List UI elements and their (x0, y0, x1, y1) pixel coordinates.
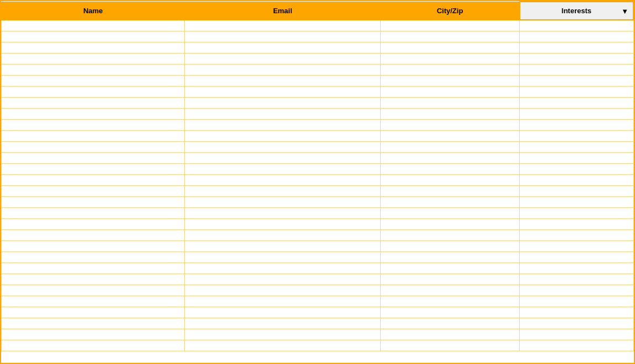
table-cell[interactable] (2, 229, 185, 240)
table-cell[interactable] (185, 42, 381, 53)
table-cell[interactable] (2, 285, 185, 296)
table-cell[interactable] (381, 318, 520, 329)
table-cell[interactable] (520, 108, 633, 119)
table-cell[interactable] (2, 31, 185, 42)
table-cell[interactable] (520, 240, 633, 251)
column-header-name[interactable]: Name (2, 2, 185, 20)
table-cell[interactable] (520, 329, 633, 340)
table-cell[interactable] (2, 263, 185, 274)
table-cell[interactable] (520, 64, 633, 75)
table-cell[interactable] (520, 263, 633, 274)
table-cell[interactable] (2, 152, 185, 163)
table-cell[interactable] (2, 86, 185, 97)
table-cell[interactable] (520, 86, 633, 97)
table-cell[interactable] (2, 307, 185, 318)
table-cell[interactable] (381, 229, 520, 240)
table-cell[interactable] (381, 141, 520, 152)
table-cell[interactable] (520, 229, 633, 240)
table-cell[interactable] (381, 196, 520, 207)
table-cell[interactable] (381, 20, 520, 31)
table-cell[interactable] (2, 130, 185, 141)
table-cell[interactable] (520, 141, 633, 152)
table-cell[interactable] (185, 163, 381, 174)
table-cell[interactable] (185, 152, 381, 163)
table-cell[interactable] (381, 86, 520, 97)
table-cell[interactable] (185, 296, 381, 307)
table-cell[interactable] (520, 53, 633, 64)
table-cell[interactable] (381, 31, 520, 42)
table-cell[interactable] (381, 97, 520, 108)
table-cell[interactable] (381, 340, 520, 351)
table-cell[interactable] (185, 218, 381, 229)
table-cell[interactable] (520, 285, 633, 296)
table-cell[interactable] (185, 196, 381, 207)
table-cell[interactable] (185, 318, 381, 329)
table-cell[interactable] (185, 97, 381, 108)
table-cell[interactable] (381, 185, 520, 196)
table-cell[interactable] (520, 340, 633, 351)
table-cell[interactable] (2, 218, 185, 229)
table-cell[interactable] (381, 307, 520, 318)
table-cell[interactable] (185, 329, 381, 340)
table-cell[interactable] (381, 42, 520, 53)
table-cell[interactable] (185, 251, 381, 263)
table-cell[interactable] (185, 141, 381, 152)
table-cell[interactable] (520, 152, 633, 163)
table-cell[interactable] (2, 163, 185, 174)
table-cell[interactable] (2, 141, 185, 152)
table-cell[interactable] (185, 108, 381, 119)
table-cell[interactable] (381, 263, 520, 274)
column-header-email[interactable]: Email (185, 2, 381, 20)
table-cell[interactable] (185, 340, 381, 351)
table-cell[interactable] (2, 274, 185, 285)
table-cell[interactable] (381, 53, 520, 64)
table-cell[interactable] (2, 296, 185, 307)
table-cell[interactable] (185, 285, 381, 296)
table-cell[interactable] (2, 53, 185, 64)
table-cell[interactable] (2, 97, 185, 108)
table-cell[interactable] (2, 174, 185, 185)
table-cell[interactable] (185, 263, 381, 274)
table-cell[interactable] (185, 75, 381, 86)
table-cell[interactable] (520, 318, 633, 329)
interests-dropdown-icon[interactable]: ▼ (621, 7, 628, 15)
table-cell[interactable] (520, 218, 633, 229)
table-cell[interactable] (381, 251, 520, 263)
table-cell[interactable] (381, 75, 520, 86)
table-cell[interactable] (520, 307, 633, 318)
table-cell[interactable] (520, 31, 633, 42)
table-cell[interactable] (185, 240, 381, 251)
table-cell[interactable] (381, 130, 520, 141)
table-cell[interactable] (520, 251, 633, 263)
column-header-interests[interactable]: Interests ▼ (520, 2, 633, 20)
table-cell[interactable] (520, 130, 633, 141)
table-cell[interactable] (520, 274, 633, 285)
table-cell[interactable] (520, 207, 633, 218)
column-header-city[interactable]: City/Zip (381, 2, 520, 20)
table-cell[interactable] (381, 329, 520, 340)
table-cell[interactable] (2, 20, 185, 31)
table-cell[interactable] (381, 119, 520, 130)
table-cell[interactable] (2, 251, 185, 263)
table-cell[interactable] (2, 340, 185, 351)
table-cell[interactable] (185, 274, 381, 285)
table-cell[interactable] (2, 185, 185, 196)
table-cell[interactable] (381, 240, 520, 251)
table-cell[interactable] (520, 119, 633, 130)
table-cell[interactable] (520, 174, 633, 185)
table-cell[interactable] (2, 108, 185, 119)
table-cell[interactable] (381, 207, 520, 218)
table-cell[interactable] (185, 229, 381, 240)
table-cell[interactable] (520, 163, 633, 174)
table-cell[interactable] (2, 75, 185, 86)
table-cell[interactable] (520, 185, 633, 196)
table-cell[interactable] (520, 97, 633, 108)
table-cell[interactable] (381, 64, 520, 75)
table-cell[interactable] (2, 240, 185, 251)
table-cell[interactable] (2, 318, 185, 329)
table-cell[interactable] (520, 75, 633, 86)
table-cell[interactable] (185, 307, 381, 318)
table-cell[interactable] (2, 329, 185, 340)
table-cell[interactable] (185, 86, 381, 97)
table-cell[interactable] (2, 196, 185, 207)
